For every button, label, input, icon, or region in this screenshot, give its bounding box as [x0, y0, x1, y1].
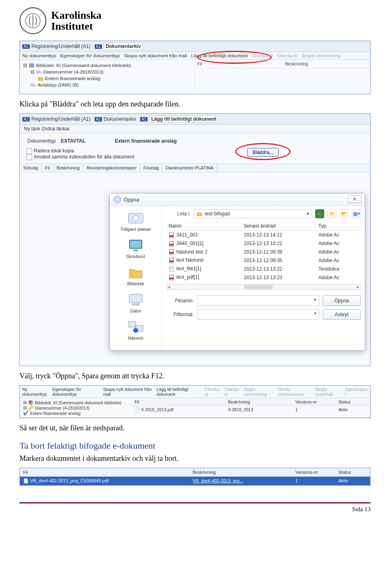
ss4-selected-row[interactable]: 📄 VR_dnr4-402-2013_proj_C5383043.pdf VR_… — [20, 477, 370, 485]
filformat-combo[interactable] — [197, 309, 319, 320]
tab-bar2: A1Registrering/Underhåll (A1) A1Dokument… — [20, 114, 370, 125]
m-egenskaper[interactable]: Egenskaper för dokumenttyp — [52, 387, 100, 397]
pdf-icon — [169, 258, 174, 263]
m-hamta: Hämta referenskopia — [278, 387, 313, 397]
doc-type-value: EXTAVTAL — [61, 138, 86, 144]
institution-line1: Karolinska — [51, 10, 102, 21]
tab2-registrering[interactable]: A1Registrering/Underhåll (A1) — [22, 116, 91, 122]
tree-avtalstyp[interactable]: Avtalstyp (DNR) (B) — [23, 82, 191, 88]
open-button[interactable]: Öppna — [323, 295, 361, 306]
place-recent[interactable]: Tidigare platser — [112, 210, 159, 232]
pdf-icon: 📄 — [135, 407, 140, 412]
dialog-bottom: Filnamn: Öppna Filformat: Avbryt — [166, 295, 361, 320]
col-beskrivning: Beskrivning — [282, 60, 370, 68]
menu-skapa-nytt[interactable]: Skapa nytt dokument från mall — [124, 53, 187, 58]
place-libraries[interactable]: Bibliotek — [112, 265, 159, 286]
nav-icons: ← 📁 📂 ▦▾ — [315, 209, 361, 218]
back-icon[interactable]: ← — [315, 209, 324, 218]
place-network[interactable]: Nätverk — [112, 319, 159, 341]
leta-combo[interactable]: test bifogad ▾ — [194, 209, 312, 218]
instruction-1: Klicka på "Bläddra" och leta upp den ned… — [20, 100, 370, 108]
file-row[interactable]: test Näslund2013-12-12 09:35Adobe Ac — [166, 256, 361, 265]
instruction-3: Så ser det ut, när filen är nedsparad. — [20, 424, 370, 432]
tab-bar: A1Registrering/Underhåll (A1) A1Dokument… — [20, 41, 370, 52]
ss3c-fil: Fil — [132, 398, 225, 406]
tree-bibliotek[interactable]: ⊟ Bibliotek: KI (Gemensamt dokument bibl… — [23, 62, 191, 69]
svg-rect-11 — [129, 294, 142, 302]
ss3-tree-bibliotek[interactable]: ⊟ 📚 Bibliotek: KI (Gemensamt dokument bi… — [23, 400, 128, 405]
dialog-title-bar: Öppna ✕ — [110, 193, 365, 206]
ss3-tree-anslag[interactable]: ✔️ Extern finansierade anslag — [23, 410, 128, 416]
place-desktop[interactable]: Skrivbord — [112, 237, 159, 259]
col-namn[interactable]: Namn — [166, 221, 241, 231]
m-begar: Begär underhåll — [316, 387, 342, 397]
file-row[interactable]: test_pdf[1]2013-12-13 13:23Adobe Ac — [166, 273, 361, 282]
svg-rect-2 — [31, 63, 32, 67]
pdf-icon — [169, 241, 174, 247]
menu-checka-in: Checka in — [277, 53, 298, 58]
header-logo: Karolinska Institutet — [20, 7, 370, 34]
svg-point-5 — [31, 84, 33, 86]
svg-rect-28 — [169, 278, 173, 279]
m-egensk2: Egenskaper f — [345, 387, 368, 397]
screenshot-dokumentarkiv: A1Registrering/Underhåll (A1) A1Dokument… — [20, 41, 370, 94]
tab-registrering[interactable]: A1Registrering/Underhåll (A1) — [22, 43, 91, 49]
pdf-icon — [169, 249, 174, 255]
dialog-body: Tidigare platser Skrivbord Bibliotek Dat… — [110, 206, 365, 350]
dialog-close-button[interactable]: ✕ — [348, 195, 362, 203]
look-in-row: Leta i: test bifogad ▾ ← 📁 📂 ▦▾ — [166, 209, 361, 218]
tab-dokumentarkiv[interactable]: A1Dokumentarkiv — [95, 43, 143, 50]
tab2-dokumentarkiv[interactable]: A1Dokumentarkiv — [95, 116, 136, 122]
m-lagg[interactable]: Lägg till befintligt dokument — [156, 387, 202, 397]
screenshot-selected-row: Fil Beskrivning Versions-nr Status 📄 VR_… — [20, 468, 370, 486]
file-row[interactable]: test_file1[1]2013-12-13 13:22Textdokur — [166, 265, 361, 273]
cancel-button[interactable]: Avbryt — [323, 309, 361, 320]
up-icon[interactable]: 📁 — [327, 209, 336, 218]
ss3-tree-diarie[interactable]: ⊟ 🔑 Diarienummer (4-2818/2013) — [23, 405, 128, 410]
doc-type-label: Dokumenttyp — [27, 137, 60, 145]
folder-icon — [38, 76, 43, 81]
filnamn-combo[interactable] — [197, 295, 319, 306]
m-checkaut: Checka ut — [205, 387, 222, 397]
file-row[interactable]: Näslund test 22013-12-12 09:39Adobe Ac — [166, 248, 361, 256]
m-skapa[interactable]: Skapa nytt dokument från mall — [103, 387, 154, 397]
svg-rect-1 — [29, 63, 30, 67]
h-scrollbar[interactable]: ◂▸ — [166, 284, 361, 290]
svg-point-4 — [37, 71, 39, 73]
chk-indexvarden[interactable] — [26, 154, 32, 160]
m-ny[interactable]: Ny dokumenttyp — [22, 387, 50, 397]
pdf-icon — [169, 232, 174, 238]
ss3-row[interactable]: 📄 4-2818_2013.pdf 4-2818_2013 1 Aktiv — [132, 406, 370, 414]
menu-egenskaper[interactable]: Egenskaper för dokumenttyp — [60, 53, 120, 58]
m-checkain: Checka in — [225, 387, 241, 397]
screenshot-open-dialog: A1Registrering/Underhåll (A1) A1Dokument… — [20, 113, 370, 366]
menu-angra: Ångra utcheckning — [302, 53, 340, 58]
folder-icon — [197, 211, 202, 217]
new-folder-icon[interactable]: 📂 — [340, 209, 349, 218]
col-typ[interactable]: Typ — [316, 221, 361, 231]
footer-rule — [20, 502, 370, 503]
views-icon[interactable]: ▦▾ — [352, 209, 361, 218]
ss3-table: Fil Beskrivning Versions-nr Status 📄 4-2… — [132, 398, 370, 417]
chk-radera[interactable] — [26, 148, 32, 154]
ss4-header: Fil Beskrivning Versions-nr Status — [20, 468, 370, 477]
svg-rect-10 — [133, 250, 138, 251]
leta-label: Leta i: — [166, 211, 191, 217]
file-row[interactable]: 3440_001[1]2013-12-13 10:22Adobe Ac — [166, 239, 361, 248]
menu-ny-dokumenttyp[interactable]: Ny dokumenttyp — [22, 53, 56, 58]
gh-diarienummer: Diarienummer PLATINA — [162, 164, 217, 172]
tab2-lagg-till[interactable]: A1Lägg till befintligt dokument — [140, 115, 219, 123]
file-list: Namn Senast ändrad Typ 3411_0012013-12-1… — [166, 221, 361, 282]
ss4c-besk: Beskrivning — [189, 468, 292, 476]
col-senast[interactable]: Senast ändrad — [241, 221, 316, 231]
ss4c-fil: Fil — [20, 468, 189, 476]
svg-rect-17 — [169, 235, 173, 237]
place-computer[interactable]: Dator — [112, 292, 159, 313]
file-row[interactable]: 3411_0012013-12-13 14:11Adobe Ac — [166, 231, 361, 239]
ss4c-ver: Versions-nr — [292, 468, 335, 476]
doc-type-desc: Extern finansierade anslag — [115, 138, 177, 144]
tree-extern-anslag[interactable]: Extern finansierade anslag — [23, 75, 191, 82]
svg-point-15 — [133, 328, 138, 333]
tree-diarienummer[interactable]: ⊟ Diarienummer (4-2818/2013) — [23, 69, 191, 75]
open-file-dialog: Öppna ✕ Tidigare platser Skrivbord Bibli… — [109, 193, 365, 351]
